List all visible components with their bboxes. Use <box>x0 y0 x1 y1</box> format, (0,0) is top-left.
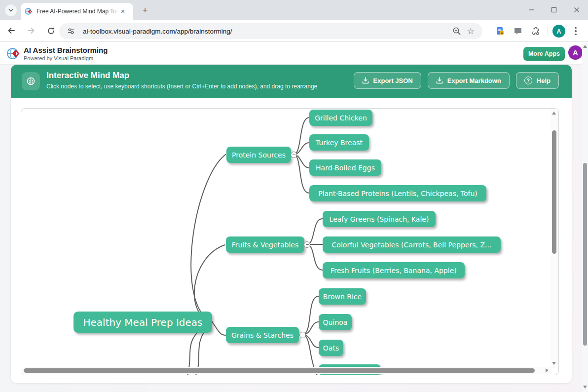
bookmark-star-icon[interactable]: ☆ <box>464 24 478 38</box>
url-text[interactable]: ai-toolbox.visual-paradigm.com/app/brain… <box>83 28 450 35</box>
mindmap-card: Interactive Mind Map Click nodes to sele… <box>11 65 572 383</box>
reading-list-icon[interactable] <box>493 24 508 39</box>
scroll-up-icon[interactable] <box>583 45 587 48</box>
scroll-down-icon[interactable] <box>583 386 587 389</box>
powered-by: Powered by Visual Paradigm <box>24 55 93 61</box>
zoom-out-icon[interactable] <box>450 24 464 38</box>
toolbar-right-icons: A <box>493 23 583 39</box>
divider <box>548 27 548 36</box>
scrollbar-thumb[interactable] <box>552 130 556 254</box>
chevron-down-icon <box>8 7 14 13</box>
comment-icon[interactable] <box>511 24 525 39</box>
new-tab-button[interactable]: + <box>139 4 151 16</box>
tab-strip: Free AI-Powered Mind Map Too × + <box>0 0 588 20</box>
app-header: AI Assist Brainstorming Powered by Visua… <box>0 42 588 65</box>
reload-icon[interactable] <box>42 22 59 39</box>
site-settings-icon[interactable] <box>64 24 78 38</box>
mindmap-node[interactable]: Leafy Greens (Spinach, Kale) <box>323 211 436 227</box>
tab-search-button[interactable] <box>5 4 17 16</box>
close-icon[interactable] <box>565 0 588 20</box>
menu-dots-icon[interactable] <box>568 24 583 39</box>
mindmap-toolbar: Interactive Mind Map Click nodes to sele… <box>11 65 572 98</box>
download-icon <box>362 77 369 84</box>
visual-paradigm-link[interactable]: Visual Paradigm <box>54 55 93 61</box>
scroll-down-icon[interactable] <box>552 362 556 365</box>
mindmap-node-root[interactable]: Healthy Meal Prep Ideas <box>74 312 212 333</box>
maximize-icon[interactable] <box>543 0 565 20</box>
mindmap-node[interactable]: Plant-Based Proteins (Lentils, Chickpeas… <box>309 185 486 201</box>
help-button[interactable]: ? Help <box>516 72 559 89</box>
scrollbar-thumb[interactable] <box>24 368 535 373</box>
mindmap-title: Interactive Mind Map <box>46 71 129 80</box>
mindmap-node[interactable]: Fruits & Vegetables <box>226 236 304 253</box>
browser-window: Free AI-Powered Mind Map Too × + <box>0 0 588 392</box>
mindmap-node[interactable]: Oats <box>319 340 343 356</box>
more-apps-button[interactable]: More Apps <box>523 47 565 61</box>
tab-close-icon[interactable]: × <box>118 7 127 16</box>
mindmap-subtitle: Click nodes to select, use keyboard shor… <box>46 83 317 90</box>
window-controls <box>520 0 588 20</box>
browser-toolbar: ai-toolbox.visual-paradigm.com/app/brain… <box>0 20 588 42</box>
extensions-icon[interactable] <box>528 24 543 39</box>
minimize-icon[interactable] <box>520 0 543 20</box>
page-vertical-scrollbar[interactable] <box>582 42 588 392</box>
mindmap-node[interactable]: Protein Sources <box>226 147 291 163</box>
download-icon <box>436 77 443 84</box>
visual-paradigm-favicon <box>25 7 33 15</box>
mindmap-node[interactable]: Grains & Starches <box>226 327 299 343</box>
page-background: Interactive Mind Map Click nodes to sele… <box>0 65 588 392</box>
scroll-up-icon[interactable] <box>552 112 556 115</box>
app-user-avatar[interactable]: A <box>568 45 583 60</box>
scroll-right-icon[interactable] <box>546 368 549 372</box>
mindmap-node[interactable]: Brown Rice <box>319 288 366 305</box>
browser-profile-avatar[interactable]: A <box>552 25 565 38</box>
visual-paradigm-logo <box>6 46 21 61</box>
collapse-toggle[interactable] <box>291 152 297 158</box>
export-json-button[interactable]: Export JSON <box>354 72 421 89</box>
collapse-toggle[interactable] <box>304 241 310 248</box>
canvas-vertical-scrollbar[interactable] <box>551 109 558 368</box>
mindmap-node[interactable]: Hard-Boiled Eggs <box>309 159 381 176</box>
mindmap-node[interactable]: Colorful Vegetables (Carrots, Bell Peppe… <box>323 236 501 253</box>
help-icon: ? <box>524 77 532 84</box>
brain-icon <box>22 72 40 90</box>
mindmap-canvas[interactable]: Healthy Meal Prep Ideas Protein Sources … <box>21 108 559 375</box>
mindmap-node[interactable]: Grilled Chicken <box>309 110 372 126</box>
app-title: AI Assist Brainstorming <box>24 46 108 54</box>
canvas-horizontal-scrollbar[interactable] <box>22 367 551 374</box>
forward-icon[interactable] <box>23 22 39 39</box>
collapse-toggle[interactable] <box>299 332 306 338</box>
export-markdown-button[interactable]: Export Markdown <box>428 72 510 89</box>
scrollbar-thumb[interactable] <box>583 163 587 346</box>
back-icon[interactable] <box>3 22 20 39</box>
url-bar[interactable]: ai-toolbox.visual-paradigm.com/app/brain… <box>59 23 482 39</box>
mindmap-node[interactable]: Quinoa <box>319 314 352 330</box>
browser-tab[interactable]: Free AI-Powered Mind Map Too × <box>21 3 133 20</box>
mindmap-node[interactable]: Fresh Fruits (Berries, Banana, Apple) <box>323 262 465 278</box>
tab-title: Free AI-Powered Mind Map Too <box>37 8 118 15</box>
mindmap-node[interactable]: Turkey Breast <box>309 134 369 151</box>
